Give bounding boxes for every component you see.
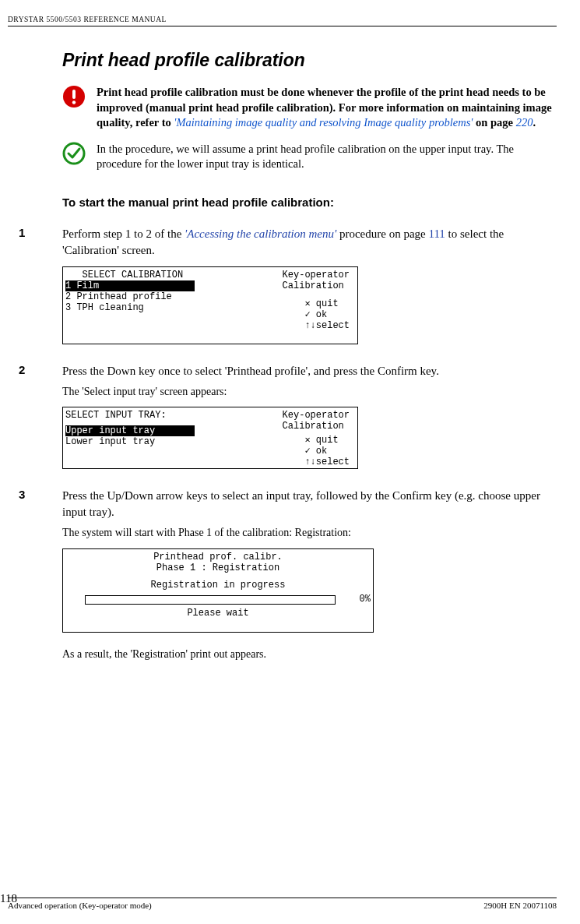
- scr-mode: Key-operator Calibration: [283, 410, 350, 432]
- step3-line2: The system will start with Phase 1 of th…: [62, 525, 557, 541]
- scr-prog-msg: Registration in progress: [65, 580, 371, 591]
- step2-line1: Press the Down key once to select 'Print…: [62, 363, 557, 379]
- step2-line2: The 'Select input tray' screen appears:: [62, 384, 557, 400]
- scr-prog-title2: Phase 1 : Registration: [65, 563, 371, 573]
- step1-link[interactable]: 'Accessing the calibration menu': [185, 227, 336, 240]
- step-number: 3: [19, 488, 62, 666]
- scr-right1: Key-operator: [283, 410, 350, 421]
- scr-ok: ✓ ok: [304, 446, 350, 457]
- progress-pct: 0%: [360, 594, 371, 605]
- scr-right1: Key-operator: [283, 270, 350, 280]
- scr-actions: ✕ quit ✓ ok ↑↓select: [304, 435, 350, 467]
- scr-right2: Calibration: [283, 421, 350, 432]
- footer-left: Advanced operation (Key-operator mode): [8, 901, 483, 910]
- scr-select: ↑↓select: [304, 457, 350, 467]
- scr-mode: Key-operator Calibration: [283, 270, 350, 291]
- step3-result: As a result, the 'Registration' print ou…: [62, 647, 557, 662]
- step1-pageref[interactable]: 111: [428, 227, 445, 240]
- scr-actions: ✕ quit ✓ ok ↑↓select: [304, 298, 350, 331]
- warning-icon: [62, 85, 86, 108]
- scr-select: ↑↓select: [304, 320, 350, 331]
- step-2: 2 Press the Down key once to select 'Pri…: [62, 363, 557, 484]
- progress-bar: [85, 595, 336, 605]
- scr-prog-title1: Printhead prof. calibr.: [65, 552, 371, 563]
- section-title: Print head profile calibration: [62, 50, 557, 71]
- svg-rect-1: [72, 90, 76, 99]
- scr-quit: ✕ quit: [304, 435, 350, 446]
- warning-link[interactable]: 'Maintaining image quality and resolving…: [174, 116, 473, 129]
- warning-suffix: on page: [473, 116, 515, 129]
- scr-ok: ✓ ok: [304, 309, 350, 320]
- screen-select-input-tray: SELECT INPUT TRAY: Upper input tray Lowe…: [62, 407, 358, 469]
- step3-line1: Press the Up/Down arrow keys to select a…: [62, 488, 557, 520]
- scr-opt-selected: Upper input tray: [65, 425, 195, 436]
- warning-block: Print head profile calibration must be d…: [62, 85, 557, 131]
- step-number: 2: [19, 363, 62, 484]
- warning-pageref[interactable]: 220: [516, 116, 533, 129]
- info-text: In the procedure, we will assume a print…: [97, 142, 557, 172]
- scr-quit: ✕ quit: [304, 298, 350, 309]
- scr-prog-wait: Please wait: [65, 608, 371, 619]
- warning-period: .: [533, 116, 536, 129]
- step1-mid: procedure on page: [336, 227, 428, 240]
- check-icon: [62, 142, 86, 165]
- info-block: In the procedure, we will assume a print…: [62, 142, 557, 172]
- scr-opt-selected: 1 Film: [65, 280, 195, 291]
- svg-point-3: [64, 143, 84, 164]
- step1-pre: Perform step 1 to 2 of the: [62, 227, 185, 240]
- running-header: DRYSTAR 5500/5503 REFERENCE MANUAL: [8, 16, 557, 26]
- page-footer: Advanced operation (Key-operator mode) 2…: [8, 898, 557, 910]
- subheading: To start the manual print head profile c…: [62, 196, 557, 209]
- step-1: 1 Perform step 1 to 2 of the 'Accessing …: [62, 226, 557, 358]
- step-number: 1: [19, 226, 62, 358]
- scr-right2: Calibration: [283, 280, 350, 291]
- screen-registration-progress: Printhead prof. calibr. Phase 1 : Regist…: [62, 548, 374, 633]
- svg-point-2: [72, 101, 76, 104]
- screen-select-calibration: SELECT CALIBRATION 1 Film 2 Printhead pr…: [62, 266, 358, 344]
- footer-right: 2900H EN 20071108: [483, 901, 557, 910]
- step-3: 3 Press the Up/Down arrow keys to select…: [62, 488, 557, 666]
- warning-text: Print head profile calibration must be d…: [97, 85, 557, 131]
